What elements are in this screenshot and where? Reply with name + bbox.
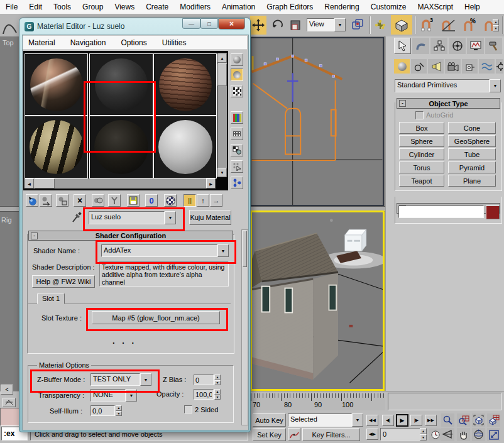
sample-slot-selected[interactable] xyxy=(89,116,153,178)
time-slider-left-arrow[interactable]: < xyxy=(1,385,13,395)
material-id-channel-button[interactable]: 0 xyxy=(145,194,158,207)
background-button[interactable] xyxy=(231,85,243,97)
scrollbar-thumb[interactable] xyxy=(217,63,227,86)
shader-name-dropdown[interactable]: AddATex ▼ xyxy=(101,244,229,257)
zoom-all-button[interactable] xyxy=(457,413,470,427)
show-map-in-viewport-button[interactable] xyxy=(164,194,177,207)
object-button-tube[interactable]: Tube xyxy=(448,148,496,160)
object-button-pyramid[interactable]: Pyramid xyxy=(448,161,496,173)
reference-coordinate-dropdown[interactable]: View ▼ xyxy=(307,18,346,31)
put-to-library-button[interactable] xyxy=(127,194,140,207)
reset-map-button[interactable]: × xyxy=(74,194,86,207)
category-shapes[interactable] xyxy=(411,59,427,74)
tab-display[interactable] xyxy=(467,38,484,54)
opacity-spinner[interactable]: ▲▼ xyxy=(214,389,221,400)
object-name-field[interactable] xyxy=(398,205,484,218)
scroll-right-icon[interactable]: ▶ xyxy=(206,178,216,189)
self-illum-spinner[interactable]: ▲▼ xyxy=(116,405,122,416)
go-to-start-button[interactable]: ◀◀ xyxy=(366,415,378,426)
category-spacewarps[interactable] xyxy=(479,59,495,74)
category-lights[interactable] xyxy=(428,59,444,74)
category-helpers[interactable] xyxy=(462,59,478,74)
play-button[interactable]: ▶ xyxy=(396,414,408,427)
macro-recorder-pane[interactable] xyxy=(0,408,19,426)
select-and-move-button[interactable] xyxy=(250,16,266,35)
zoom-extents-all-button[interactable] xyxy=(487,413,500,427)
close-button[interactable]: × xyxy=(218,18,245,30)
transform-gizmo[interactable] xyxy=(287,73,298,102)
previous-frame-button[interactable]: ◀| xyxy=(382,415,394,426)
menu-animation[interactable]: Animation xyxy=(216,3,261,11)
menu-help[interactable]: Help xyxy=(459,3,486,11)
chevron-down-icon[interactable]: ▼ xyxy=(352,413,363,427)
sample-slot[interactable] xyxy=(153,116,217,178)
zbias-spinner[interactable]: ▲▼ xyxy=(214,375,221,385)
set-key-button[interactable]: Set Key xyxy=(253,428,286,441)
object-button-box[interactable]: Box xyxy=(399,122,444,134)
sample-slot[interactable] xyxy=(153,53,217,116)
tab-hierarchy[interactable] xyxy=(430,38,447,54)
me-menu-utilities[interactable]: Utilities xyxy=(155,38,194,47)
chevron-down-icon[interactable]: ▼ xyxy=(217,244,229,257)
scroll-down-icon[interactable]: ▼ xyxy=(217,168,227,177)
slot-1-tab[interactable]: Slot 1 xyxy=(37,293,65,304)
object-button-sphere[interactable]: Sphere xyxy=(399,135,444,147)
sample-slot[interactable] xyxy=(25,116,88,178)
object-button-torus[interactable]: Torus xyxy=(399,161,444,173)
object-button-geosphere[interactable]: GeoSphere xyxy=(448,135,496,147)
self-illum-field[interactable] xyxy=(90,405,115,416)
transparency-dropdown[interactable]: NONE ▼ xyxy=(90,389,137,402)
object-button-cylinder[interactable]: Cylinder xyxy=(399,148,444,160)
backlight-button[interactable] xyxy=(231,68,243,81)
object-button-cone[interactable]: Cone xyxy=(448,122,496,134)
menu-views[interactable]: Views xyxy=(109,3,140,11)
make-unique-button[interactable] xyxy=(108,194,121,207)
pick-material-eyedropper-icon[interactable] xyxy=(71,212,82,224)
auto-key-button[interactable]: Auto Key xyxy=(253,413,286,427)
field-of-view-button[interactable] xyxy=(441,428,454,441)
zoom-extents-button[interactable] xyxy=(472,413,485,427)
minimize-button[interactable]: — xyxy=(182,18,200,29)
arc-rotate-button[interactable] xyxy=(472,428,485,441)
snaps-toggle-button[interactable]: 3 xyxy=(417,16,436,34)
go-to-end-button[interactable]: ▶▶ xyxy=(425,415,437,426)
make-material-copy-button[interactable] xyxy=(92,194,104,207)
menu-maxscript[interactable]: MAXScript xyxy=(412,3,459,11)
chevron-down-icon[interactable]: ▼ xyxy=(334,18,346,31)
perspective-viewport-canvas[interactable] xyxy=(252,212,383,389)
chevron-down-icon[interactable]: ▼ xyxy=(165,211,176,224)
sample-vertical-scrollbar[interactable]: ▲ ▼ xyxy=(217,53,227,177)
help-fw2-wiki-button[interactable]: Help @ FW2 Wiki xyxy=(32,275,95,288)
scrollbar-thumb[interactable] xyxy=(35,178,55,189)
assign-material-to-selection-button[interactable] xyxy=(56,194,68,207)
menu-graph-editors[interactable]: Graph Editors xyxy=(261,3,319,11)
make-preview-button[interactable] xyxy=(231,144,243,156)
house-model[interactable] xyxy=(252,233,338,380)
tab-create[interactable] xyxy=(394,38,411,54)
category-systems[interactable] xyxy=(496,59,503,74)
sample-slot[interactable] xyxy=(89,53,153,116)
category-geometry[interactable] xyxy=(394,59,410,74)
selected-filter-dropdown[interactable]: Selected ▼ xyxy=(288,413,363,427)
zbuffer-mode-dropdown[interactable]: TEST ONLY ▼ xyxy=(90,373,151,386)
keyboard-shortcut-override-button[interactable] xyxy=(391,15,412,35)
current-frame-field[interactable] xyxy=(380,428,421,440)
two-sided-checkbox[interactable] xyxy=(184,405,192,413)
time-configuration-button[interactable] xyxy=(429,429,442,440)
material-editor-titlebar[interactable]: G Material Editor - Luz suelo — □ × xyxy=(19,18,250,35)
select-by-material-button[interactable] xyxy=(231,160,243,173)
select-and-scale-button[interactable] xyxy=(288,18,303,33)
menu-edit[interactable]: Edit xyxy=(23,3,48,11)
object-button-plane[interactable]: Plane xyxy=(448,175,496,187)
use-pivot-point-center-button[interactable] xyxy=(349,16,366,33)
sample-type-button[interactable] xyxy=(231,53,243,66)
zoom-button[interactable] xyxy=(441,413,454,427)
mini-curve-editor-button[interactable] xyxy=(3,398,16,407)
material-name-dropdown[interactable]: Luz suelo ▼ xyxy=(89,211,176,224)
menu-modifiers[interactable]: Modifiers xyxy=(174,3,216,11)
perspective-viewport-active[interactable] xyxy=(250,211,385,391)
front-viewport-canvas[interactable] xyxy=(251,38,383,205)
chevron-down-icon[interactable]: ▼ xyxy=(140,373,151,386)
go-to-parent-button[interactable]: ↑ xyxy=(197,194,209,207)
tab-motion[interactable] xyxy=(449,38,466,54)
